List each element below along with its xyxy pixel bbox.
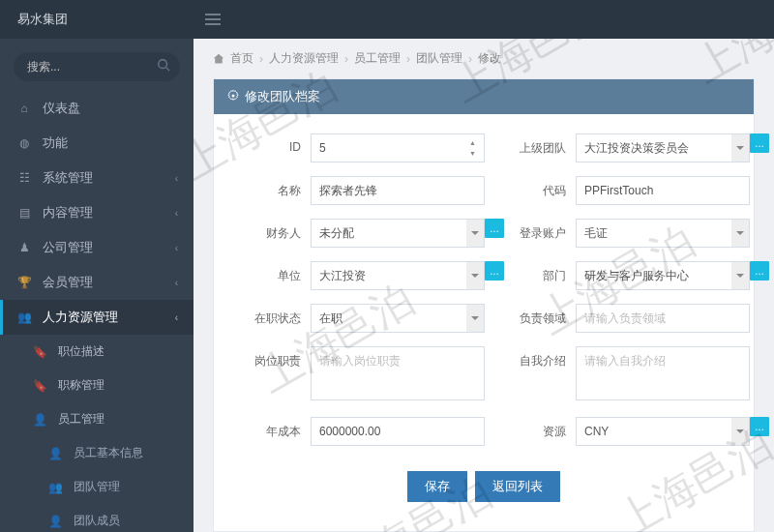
svg-point-5 (232, 94, 235, 97)
crumb-edit: 修改 (478, 50, 501, 67)
building-icon: ♟ (15, 241, 33, 254)
book-icon: ▤ (15, 206, 33, 220)
sidebar-sub-position[interactable]: 🔖职位描述 (0, 335, 194, 369)
sidebar-menu: ⌂仪表盘 ◍功能 ☷系统管理‹ ▤内容管理‹ ♟公司管理‹ 🏆会员管理‹ 👥人力… (0, 91, 194, 532)
parent-lookup-button[interactable]: … (750, 133, 769, 153)
user-icon: 👤 (46, 447, 64, 460)
finance-lookup-button[interactable]: … (485, 219, 504, 238)
status-label: 在职状态 (243, 304, 311, 327)
code-label: 代码 (508, 176, 576, 199)
form-panel: 修改团队档案 ID 5▲▼ 上级团队 大江投资决策委员会 … 名称 (213, 78, 755, 532)
trophy-icon: 🏆 (15, 276, 33, 289)
login-select[interactable]: 毛证 (576, 219, 750, 248)
brand: 易水集团 (0, 11, 194, 28)
parent-label: 上级团队 (508, 133, 576, 157)
svg-line-4 (166, 68, 170, 72)
dept-label: 部门 (508, 261, 576, 284)
chevron-left-icon: ‹ (175, 173, 178, 184)
back-button[interactable]: 返回列表 (475, 471, 560, 502)
crumb-emp[interactable]: 员工管理 (354, 50, 401, 67)
globe-icon: ◍ (15, 136, 33, 150)
users-icon: 👥 (46, 481, 64, 494)
sidebar-item-dashboard[interactable]: ⌂仪表盘 (0, 91, 194, 126)
panel-title: 修改团队档案 (245, 88, 320, 105)
chevron-left-icon: ‹ (175, 312, 178, 323)
topbar: 易水集团 (0, 0, 774, 39)
sidebar-sub2-team[interactable]: 👥团队管理 (0, 470, 194, 504)
currency-select[interactable]: CNY (576, 417, 750, 446)
sidebar-sub-employee[interactable]: 👤员工管理 (0, 402, 194, 436)
sliders-icon: ☷ (15, 171, 33, 185)
sidebar-item-member[interactable]: 🏆会员管理‹ (0, 265, 194, 300)
tag-icon: 🔖 (31, 345, 48, 359)
sidebar-sub2-members[interactable]: 👤团队成员 (0, 504, 194, 532)
name-input[interactable] (311, 176, 485, 205)
unit-lookup-button[interactable]: … (485, 261, 504, 281)
code-input[interactable] (576, 176, 750, 205)
chevron-left-icon: ‹ (175, 243, 178, 253)
sidebar-item-hr[interactable]: 👥人力资源管理‹ (0, 300, 194, 335)
breadcrumb: 首页› 人力资源管理› 员工管理› 团队管理› 修改 (194, 39, 774, 78)
user-icon: 👤 (31, 413, 48, 427)
parent-select[interactable]: 大江投资决策委员会 (576, 133, 750, 163)
users-icon: 👥 (15, 310, 33, 324)
crumb-team[interactable]: 团队管理 (416, 50, 462, 67)
cost-input[interactable] (311, 417, 485, 446)
id-label: ID (243, 133, 311, 154)
intro-textarea[interactable] (576, 346, 750, 400)
gear-icon (227, 90, 239, 104)
panel-head: 修改团队档案 (214, 79, 754, 114)
crumb-home[interactable]: 首页 (230, 50, 253, 67)
main-content: 上海邑泊 上海邑泊 上海邑泊 上海邑泊 上海邑泊 上海邑泊 上海邑泊 首页› 人… (194, 39, 774, 532)
currency-label: 资源 (508, 417, 576, 440)
sidebar-item-company[interactable]: ♟公司管理‹ (0, 230, 194, 265)
cost-label: 年成本 (243, 417, 311, 440)
spin-up-icon[interactable]: ▲ (465, 137, 480, 148)
login-label: 登录账户 (508, 219, 576, 242)
sidebar-sub2-basic[interactable]: 👤员工基本信息 (0, 436, 194, 470)
intro-label: 自我介绍 (508, 346, 576, 369)
sidebar: ⌂仪表盘 ◍功能 ☷系统管理‹ ▤内容管理‹ ♟公司管理‹ 🏆会员管理‹ 👥人力… (0, 39, 194, 532)
finance-select[interactable]: 未分配 (311, 219, 485, 248)
sidebar-sub-title[interactable]: 🔖职称管理 (0, 369, 194, 402)
unit-select[interactable]: 大江投资 (311, 261, 485, 290)
dept-lookup-button[interactable]: … (750, 261, 769, 281)
duty-label: 岗位职责 (243, 346, 311, 369)
spin-down-icon[interactable]: ▼ (465, 148, 480, 159)
sidebar-item-function[interactable]: ◍功能 (0, 126, 194, 161)
home-icon[interactable] (213, 53, 224, 65)
status-select[interactable]: 在职 (311, 304, 485, 333)
search-icon[interactable] (157, 58, 170, 74)
search-input[interactable] (14, 52, 180, 81)
name-label: 名称 (243, 176, 311, 199)
sidebar-item-content[interactable]: ▤内容管理‹ (0, 195, 194, 230)
svg-point-3 (159, 60, 167, 69)
currency-lookup-button[interactable]: … (750, 417, 769, 436)
unit-label: 单位 (243, 261, 311, 284)
finance-label: 财务人 (243, 219, 311, 242)
duty-textarea[interactable] (311, 346, 485, 400)
user-icon: 👤 (46, 515, 64, 528)
home-icon: ⌂ (15, 102, 33, 115)
chevron-left-icon: ‹ (175, 208, 178, 219)
domain-label: 负责领域 (508, 304, 576, 327)
sidebar-item-system[interactable]: ☷系统管理‹ (0, 161, 194, 195)
tag-icon: 🔖 (31, 379, 48, 393)
menu-toggle-button[interactable] (194, 0, 232, 39)
chevron-left-icon: ‹ (175, 278, 178, 288)
crumb-hr[interactable]: 人力资源管理 (269, 50, 339, 67)
id-input[interactable]: 5▲▼ (311, 133, 485, 163)
dept-select[interactable]: 研发与客户服务中心 (576, 261, 750, 290)
domain-input[interactable] (576, 304, 750, 333)
save-button[interactable]: 保存 (407, 471, 467, 502)
